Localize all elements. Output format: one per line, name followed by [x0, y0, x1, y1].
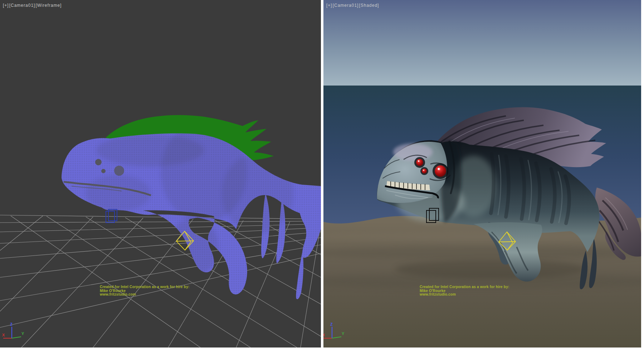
- world-axis-gizmo: X Z Y: [323, 321, 352, 345]
- fish-eye-large: [114, 166, 124, 176]
- axis-x-label: X: [323, 333, 325, 337]
- fish-eye-small-1: [416, 159, 423, 166]
- box-helper[interactable]: [106, 209, 117, 223]
- fish-eye-small-2: [422, 169, 427, 174]
- sky: [323, 0, 641, 87]
- head-lavender-sheen: [393, 144, 433, 161]
- axis-y-label: Y: [342, 331, 345, 336]
- fish-eye-small-1: [95, 159, 102, 165]
- credits-line-1: Created for Intel Corporation as a work …: [420, 285, 509, 289]
- ground-wireframe-grid: [0, 215, 321, 347]
- viewport-general-menu[interactable]: [+]: [3, 3, 9, 8]
- viewport-splitter[interactable]: [321, 0, 323, 347]
- fish-ground-shadow: [395, 260, 588, 278]
- credits-line-3: www.fritzstudio.com: [420, 293, 509, 297]
- axis-x-label: X: [2, 333, 5, 337]
- viewport-label: [+][Camera01][Wireframe]: [3, 3, 62, 8]
- wireframe-fish[interactable]: [62, 122, 321, 299]
- render-credits: Created for Intel Corporation as a work …: [420, 285, 509, 297]
- credits-line-3: www.fritzstudio.com: [100, 293, 189, 297]
- viewport-general-menu[interactable]: [+]: [326, 3, 332, 8]
- render-credits: Created for Intel Corporation as a work …: [100, 285, 189, 297]
- viewport-shading-menu[interactable]: [Shaded]: [359, 3, 379, 8]
- world-axis-gizmo: X Z Y: [1, 321, 31, 345]
- viewport-shaded[interactable]: [+][Camera01][Shaded] Created for Intel …: [323, 0, 641, 347]
- credits-line-1: Created for Intel Corporation as a work …: [100, 285, 189, 289]
- fish-eye-large: [435, 165, 446, 177]
- axis-y-label: Y: [21, 331, 24, 336]
- axis-z-label: Z: [10, 322, 13, 326]
- viewport-pov-menu[interactable]: [Camera01]: [333, 3, 359, 8]
- viewport-wireframe[interactable]: [+][Camera01][Wireframe] Created for Int…: [0, 0, 321, 347]
- application-window: [+][Camera01][Wireframe] Created for Int…: [0, 0, 644, 350]
- fish-eye-small-2: [101, 169, 106, 173]
- viewport-pov-menu[interactable]: [Camera01]: [9, 3, 35, 8]
- viewport-label: [+][Camera01][Shaded]: [326, 3, 379, 8]
- axis-z-label: Z: [330, 322, 333, 326]
- viewport-shading-menu[interactable]: [Wireframe]: [35, 3, 62, 8]
